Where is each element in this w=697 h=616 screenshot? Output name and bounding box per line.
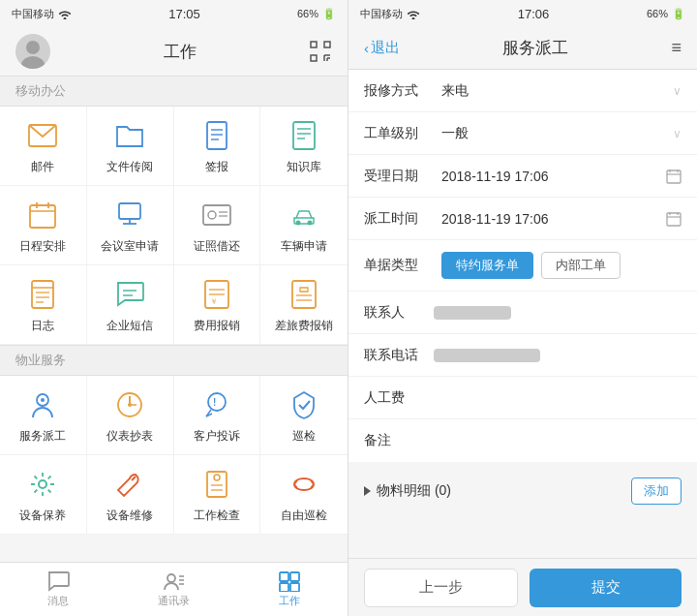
scan-icon[interactable] (309, 40, 332, 63)
svg-rect-66 (667, 170, 681, 183)
grid-item-equipment[interactable]: 设备保养 (0, 455, 87, 535)
form-row-repair-method[interactable]: 报修方式 来电 ∨ (348, 70, 697, 112)
section-label-property: 物业服务 (0, 345, 348, 376)
grid-item-car[interactable]: 车辆申请 (260, 186, 348, 265)
grid-label-file: 文件传阅 (106, 159, 153, 175)
calendar-icon-dispatch (666, 211, 682, 227)
property-grid: 服务派工 仪表抄表 ! 客户投诉 巡检 设备保养 (0, 376, 348, 535)
travel-icon (287, 277, 321, 312)
form-row-phone[interactable]: 联系电话 (348, 334, 697, 377)
grid-item-calendar[interactable]: 日程安排 (0, 186, 87, 265)
battery-text-right: 66% (647, 8, 668, 19)
grid-item-report[interactable]: 签报 (174, 107, 261, 186)
nav-label-message: 消息 (47, 594, 69, 608)
work-icon (278, 570, 301, 592)
grid-item-knowledge[interactable]: 知识库 (260, 107, 348, 186)
back-label: 退出 (371, 39, 400, 57)
back-chevron-icon: ‹ (364, 40, 369, 56)
right-header: ‹ 退出 服务派工 ≡ (348, 27, 697, 70)
form-container: 报修方式 来电 ∨ 工单级别 一般 ∨ 受理日期 2018-11-19 17:0… (348, 70, 697, 558)
grid-item-meeting[interactable]: 会议室申请 (87, 186, 174, 265)
mobile-office-grid: 邮件 文件传阅 签报 知识库 日程安排 (0, 107, 348, 345)
materials-label: 物料明细 (0) (377, 482, 631, 500)
grid-label-id: 证照借还 (194, 238, 240, 255)
form-row-contact[interactable]: 联系人 (348, 292, 697, 334)
grid-label-knowledge: 知识库 (287, 159, 321, 175)
nav-label-work: 工作 (279, 594, 300, 608)
equipment-icon (25, 467, 60, 502)
left-status-bar: 中国移动 17:05 66% 🔋 (0, 0, 348, 27)
grid-item-repair[interactable]: 设备维修 (87, 455, 174, 535)
time-right: 17:06 (518, 7, 550, 21)
grid-item-service-dispatch[interactable]: 服务派工 (0, 376, 87, 455)
svg-point-30 (296, 221, 301, 226)
grid-label-mail: 邮件 (31, 159, 54, 175)
mail-icon (25, 118, 60, 153)
grid-item-mail[interactable]: 邮件 (0, 107, 87, 186)
nav-item-contacts[interactable]: 通讯录 (116, 563, 232, 616)
grid-label-complaint: 客户投诉 (194, 428, 240, 445)
grid-item-inspect[interactable]: 工作检查 (174, 455, 261, 535)
btn-internal-order[interactable]: 内部工单 (541, 252, 621, 279)
grid-item-free-patrol[interactable]: 自由巡检 (260, 455, 348, 535)
form-row-remark[interactable]: 备注 (348, 419, 697, 462)
form-section-main: 报修方式 来电 ∨ 工单级别 一般 ∨ 受理日期 2018-11-19 17:0… (348, 70, 697, 462)
battery-icon-right: 🔋 (672, 8, 685, 20)
contacts-icon (163, 570, 186, 592)
field-label-contact: 联系人 (364, 304, 434, 322)
nav-label-contacts: 通讯录 (158, 594, 190, 608)
triangle-icon (364, 486, 371, 496)
left-status-left: 中国移动 (12, 7, 72, 21)
field-label-doc-type: 单据类型 (364, 257, 434, 274)
form-row-work-order-level[interactable]: 工单级别 一般 ∨ (348, 112, 697, 155)
grid-item-patrol[interactable]: 巡检 (260, 376, 348, 455)
nav-item-message[interactable]: 消息 (0, 563, 116, 616)
grid-label-inspect: 工作检查 (194, 508, 240, 524)
svg-rect-11 (207, 122, 227, 149)
form-row-dispatch-time[interactable]: 派工时间 2018-11-19 17:06 (348, 198, 697, 240)
grid-label-sms: 企业短信 (106, 318, 153, 334)
grid-item-sms[interactable]: 企业短信 (87, 265, 174, 345)
grid-item-meter[interactable]: 仪表抄表 (87, 376, 174, 455)
contact-value-blur (434, 306, 511, 320)
grid-item-complaint[interactable]: ! 客户投诉 (174, 376, 261, 455)
bottom-action-bar: 上一步 提交 (348, 558, 697, 616)
carrier-right: 中国移动 (360, 7, 403, 21)
doc-type-buttons: 特约服务单 内部工单 (441, 252, 682, 279)
svg-point-27 (208, 211, 216, 219)
submit-button[interactable]: 提交 (530, 569, 682, 607)
dropdown-arrow-repair: ∨ (673, 84, 682, 98)
grid-item-file[interactable]: 文件传阅 (87, 107, 174, 186)
service-icon (25, 387, 60, 422)
svg-rect-62 (280, 572, 288, 581)
prev-button[interactable]: 上一步 (364, 569, 518, 607)
materials-row: 物料明细 (0) 添加 (348, 466, 697, 516)
field-label-phone: 联系电话 (364, 347, 434, 364)
menu-icon[interactable]: ≡ (671, 38, 682, 58)
grid-item-diary[interactable]: 日志 (0, 265, 87, 345)
back-button[interactable]: ‹ 退出 (364, 39, 400, 57)
grid-label-free-patrol: 自由巡检 (281, 508, 327, 524)
form-row-accept-date[interactable]: 受理日期 2018-11-19 17:06 (348, 155, 697, 198)
avatar[interactable] (15, 34, 50, 69)
field-value-accept-date: 2018-11-19 17:06 (441, 169, 666, 184)
id-icon (199, 198, 234, 232)
field-label-repair-method: 报修方式 (364, 82, 434, 100)
folder-icon (112, 118, 147, 153)
add-material-button[interactable]: 添加 (631, 477, 682, 505)
meeting-icon (112, 198, 147, 232)
grid-item-expense[interactable]: ￥ 费用报销 (174, 265, 261, 345)
svg-rect-23 (119, 203, 140, 219)
grid-item-travel[interactable]: 差旅费报销 (260, 265, 348, 345)
grid-item-id[interactable]: 证照借还 (174, 186, 261, 265)
btn-special-service[interactable]: 特约服务单 (441, 252, 533, 279)
svg-point-31 (308, 221, 313, 226)
svg-rect-63 (290, 572, 299, 581)
field-value-work-order-level: 一般 (441, 125, 673, 142)
meter-icon (112, 387, 147, 422)
nav-item-work[interactable]: 工作 (231, 563, 348, 616)
wifi-icon-left (58, 9, 72, 19)
field-value-dispatch-time: 2018-11-19 17:06 (441, 211, 666, 227)
form-row-labor-cost[interactable]: 人工费 (348, 377, 697, 419)
right-status-bar: 中国移动 17:06 66% 🔋 (348, 0, 697, 27)
